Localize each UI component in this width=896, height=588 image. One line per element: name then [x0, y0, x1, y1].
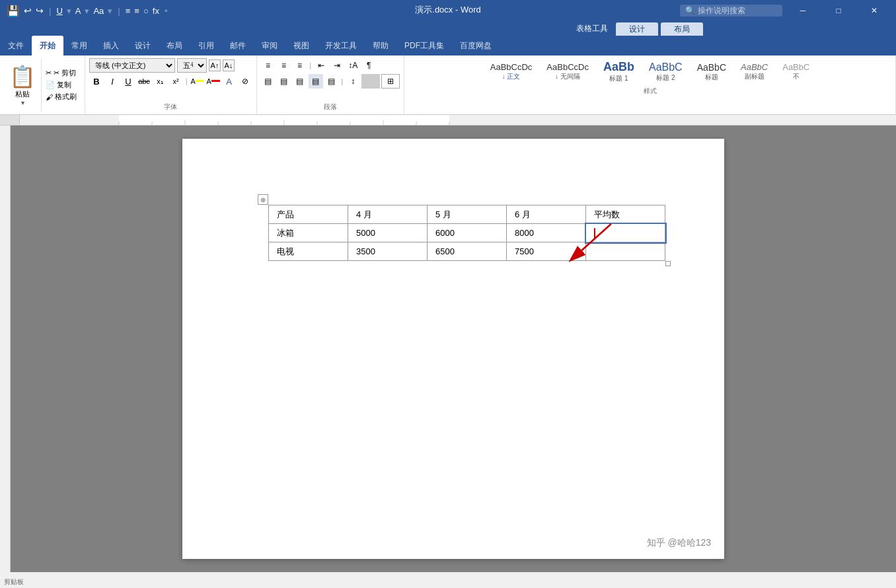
align-left-button[interactable]: ▤	[261, 74, 276, 89]
toolbar-list-icon[interactable]: ≡	[126, 6, 131, 16]
col-average[interactable]: 平均数	[586, 205, 665, 224]
eraser-button[interactable]: ⊘	[238, 74, 252, 89]
paste-button[interactable]: 📋 粘贴 ▾	[4, 58, 42, 112]
justify-button[interactable]: ▤	[309, 74, 323, 89]
align-center-button[interactable]: ▤	[277, 74, 291, 89]
numbered-list-button[interactable]: ≡	[277, 58, 291, 73]
increase-indent-button[interactable]: ⇥	[330, 58, 344, 73]
multilevel-list-button[interactable]: ≡	[293, 58, 307, 73]
tab-common[interactable]: 常用	[63, 36, 95, 55]
align-right-button[interactable]: ▤	[293, 74, 307, 89]
superscript-button[interactable]: x²	[168, 74, 183, 89]
maximize-button[interactable]: □	[823, 0, 854, 21]
cell-april-2[interactable]: 3500	[348, 242, 428, 261]
font-size-select[interactable]: 五号	[177, 58, 207, 73]
font-name-select[interactable]: 等线 (中文正文)	[89, 58, 175, 73]
toolbar-a-icon[interactable]: A	[75, 6, 81, 16]
line-spacing-button[interactable]: ↕	[346, 74, 360, 89]
close-button[interactable]: ✕	[859, 0, 889, 21]
left-ruler	[0, 126, 11, 572]
search-bar[interactable]: 🔍	[680, 5, 782, 17]
tab-dev[interactable]: 开发工具	[317, 36, 365, 55]
font-shrink-button[interactable]: A↓	[223, 59, 235, 71]
copy-icon: 📄	[46, 81, 55, 89]
toolbar-circle-icon[interactable]: ○	[143, 6, 149, 16]
tab-file[interactable]: 文件	[0, 36, 32, 55]
cell-april-1[interactable]: 5000	[348, 224, 428, 242]
style-heading1[interactable]: AaBb 标题 1	[597, 58, 640, 85]
tab-design2[interactable]: 设计	[127, 36, 159, 55]
styles-group-label: 样式	[644, 87, 657, 96]
cell-refrigerator[interactable]: 冰箱	[269, 224, 348, 242]
minimize-button[interactable]: ─	[788, 0, 818, 21]
col-april[interactable]: 4 月	[348, 205, 428, 224]
style-heading2[interactable]: AaBbC 标题 2	[643, 59, 689, 85]
cell-may-2[interactable]: 6500	[428, 242, 507, 261]
cell-avg-2[interactable]	[586, 242, 665, 261]
search-input[interactable]	[698, 6, 777, 15]
paragraph-group: ≡ ≡ ≡ | ⇤ ⇥ ↕A ¶ ▤ ▤ ▤ ▤ ▤ | ↕ ⊞ 段落	[257, 55, 405, 114]
table-wrapper: ⊕ 产品 4 月 5 月 6 月	[268, 205, 665, 261]
underline-button[interactable]: U	[121, 74, 135, 89]
toolbar-aa-icon[interactable]: Aa	[93, 6, 104, 16]
font-grow-button[interactable]: A↑	[209, 59, 221, 71]
toolbar-u-icon[interactable]: U	[56, 6, 62, 16]
format-painter-button[interactable]: 🖌 格式刷	[46, 92, 77, 102]
table-resize-handle[interactable]	[665, 261, 671, 266]
tab-review[interactable]: 审阅	[254, 36, 285, 55]
tab-view[interactable]: 视图	[285, 36, 317, 55]
tab-mail[interactable]: 邮件	[222, 36, 254, 55]
style-subtitle-label: 副标题	[745, 72, 765, 81]
tab-layout2[interactable]: 布局	[159, 36, 190, 55]
sort-button[interactable]: ↕A	[346, 58, 360, 73]
cell-may-1[interactable]: 6000	[428, 224, 507, 242]
highlight-button[interactable]: A	[190, 74, 205, 89]
bold-button[interactable]: B	[89, 74, 104, 89]
style-subtle[interactable]: AaBbC 不	[776, 60, 815, 83]
font-color2-button[interactable]: A	[222, 74, 237, 89]
document-page: ⊕ 产品 4 月 5 月 6 月	[182, 139, 724, 559]
style-subtitle[interactable]: AaBbC 副标题	[735, 60, 774, 83]
cell-tv[interactable]: 电视	[269, 242, 348, 261]
style-heading1-preview: AaBb	[603, 60, 634, 74]
toolbar-fx-icon[interactable]: fx	[153, 6, 159, 16]
tab-design[interactable]: 设计	[616, 22, 658, 36]
table-move-handle[interactable]: ⊕	[258, 194, 268, 205]
toolbar-list2-icon[interactable]: ≡	[134, 6, 139, 16]
cell-june-1[interactable]: 8000	[507, 224, 586, 242]
col-june[interactable]: 6 月	[507, 205, 586, 224]
undo-icon[interactable]: ↩	[24, 5, 32, 16]
style-nospace[interactable]: AaBbCcDc ↓ 无间隔	[541, 60, 595, 83]
italic-button[interactable]: I	[105, 74, 120, 89]
toolbar-separator5: |	[118, 6, 120, 16]
font-color-button[interactable]: A	[206, 74, 221, 89]
document-area[interactable]: ⊕ 产品 4 月 5 月 6 月	[11, 126, 896, 572]
styles-group: AaBbCcDc ↓ 正文 AaBbCcDc ↓ 无间隔 AaBb 标题 1 A…	[404, 55, 896, 114]
tab-baidu[interactable]: 百度网盘	[452, 36, 500, 55]
save-icon[interactable]: 💾	[7, 5, 20, 17]
redo-icon[interactable]: ↪	[36, 5, 44, 16]
style-normal[interactable]: AaBbCcDc ↓ 正文	[484, 60, 539, 83]
tab-reference[interactable]: 引用	[190, 36, 222, 55]
style-title[interactable]: AaBbC 标题	[691, 60, 732, 84]
title-bar-left: 💾 ↩ ↪ | U ▾ A ▾ Aa ▾ | ≡ ≡ ○ fx •	[7, 5, 168, 17]
tab-pdf[interactable]: PDF工具集	[396, 36, 452, 55]
copy-button[interactable]: 📄 复制	[46, 80, 77, 90]
cut-button[interactable]: ✂ ✂ 剪切	[46, 68, 77, 78]
show-marks-button[interactable]: ¶	[361, 58, 376, 73]
cell-avg-1[interactable]	[586, 224, 665, 242]
strikethrough-button[interactable]: abc	[137, 74, 151, 89]
tab-home[interactable]: 开始	[32, 36, 63, 55]
tab-insert[interactable]: 插入	[95, 36, 127, 55]
bullet-list-button[interactable]: ≡	[261, 58, 276, 73]
subscript-button[interactable]: x₁	[153, 74, 167, 89]
tab-help[interactable]: 帮助	[365, 36, 396, 55]
columns-button[interactable]: ▤	[324, 74, 339, 89]
col-product[interactable]: 产品	[269, 205, 348, 224]
decrease-indent-button[interactable]: ⇤	[314, 58, 328, 73]
tab-layout[interactable]: 布局	[661, 22, 703, 36]
cell-june-2[interactable]: 7500	[507, 242, 586, 261]
col-may[interactable]: 5 月	[428, 205, 507, 224]
shading-button[interactable]	[361, 74, 380, 89]
borders-button[interactable]: ⊞	[381, 74, 400, 89]
